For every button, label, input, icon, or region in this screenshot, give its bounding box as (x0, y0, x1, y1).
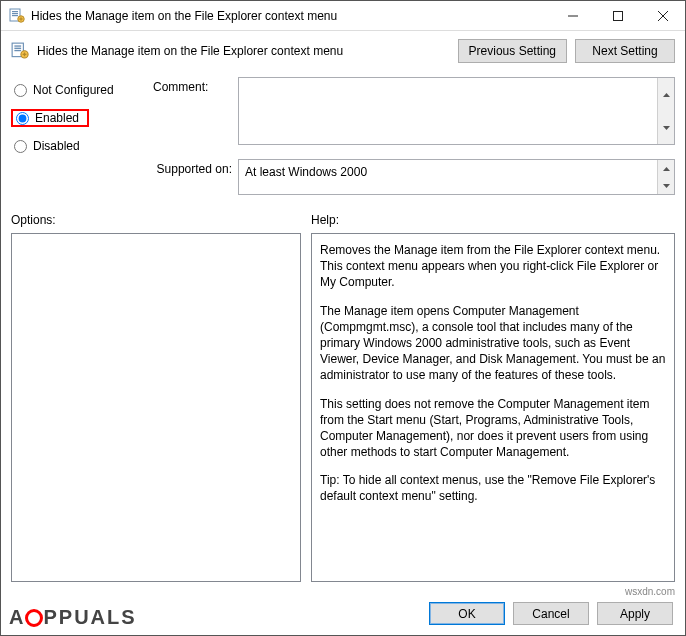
comment-label: Comment: (153, 77, 238, 94)
watermark-text: PPUALS (43, 606, 136, 628)
radio-disabled[interactable]: Disabled (11, 137, 133, 155)
help-paragraph: This setting does not remove the Compute… (320, 396, 666, 461)
supported-field: At least Windows 2000 (238, 159, 675, 195)
help-paragraph: Tip: To hide all context menus, use the … (320, 472, 666, 504)
state-radio-group: Not Configured Enabled Disabled (11, 77, 133, 195)
policy-icon (11, 42, 29, 60)
credit-text: wsxdn.com (625, 586, 675, 597)
comment-spin-down[interactable] (658, 111, 674, 144)
radio-disabled-label: Disabled (33, 139, 80, 153)
comment-spin-up[interactable] (658, 78, 674, 111)
radio-enabled-input[interactable] (16, 112, 29, 125)
svg-rect-17 (23, 54, 27, 55)
panes-labels: Options: Help: (11, 213, 675, 227)
maximize-button[interactable] (595, 1, 640, 30)
watermark-ring-icon (25, 609, 43, 627)
body: Not Configured Enabled Disabled Comment: (1, 77, 685, 592)
watermark: APPUALS (9, 606, 137, 629)
options-label: Options: (11, 213, 311, 227)
help-paragraph: Removes the Manage item from the File Ex… (320, 242, 666, 291)
radio-enabled-label: Enabled (35, 111, 79, 125)
svg-rect-1 (12, 11, 18, 12)
window: Hides the Manage item on the File Explor… (0, 0, 686, 636)
titlebar: Hides the Manage item on the File Explor… (1, 1, 685, 31)
options-pane (11, 233, 301, 582)
comment-spinner (657, 78, 674, 144)
window-title: Hides the Manage item on the File Explor… (31, 9, 550, 23)
ok-button[interactable]: OK (429, 602, 505, 625)
window-controls (550, 1, 685, 30)
svg-rect-13 (14, 48, 21, 49)
config-row: Not Configured Enabled Disabled Comment: (11, 77, 675, 195)
next-setting-button[interactable]: Next Setting (575, 39, 675, 63)
panes: Removes the Manage item from the File Ex… (11, 233, 675, 582)
cancel-button[interactable]: Cancel (513, 602, 589, 625)
supported-spin-down[interactable] (658, 177, 674, 194)
supported-label: Supported on: (153, 159, 238, 176)
fields-col: Comment: Supported on: At least Windows … (153, 77, 675, 195)
header: Hides the Manage item on the File Explor… (1, 31, 685, 77)
app-icon (9, 8, 25, 24)
close-button[interactable] (640, 1, 685, 30)
comment-field[interactable] (238, 77, 675, 145)
svg-rect-6 (19, 18, 22, 19)
radio-not-configured[interactable]: Not Configured (11, 81, 133, 99)
svg-rect-12 (14, 45, 21, 46)
help-paragraph: The Manage item opens Computer Managemen… (320, 303, 666, 384)
svg-rect-3 (12, 15, 18, 16)
supported-value: At least Windows 2000 (245, 165, 367, 179)
svg-rect-2 (12, 13, 18, 14)
help-pane: Removes the Manage item from the File Ex… (311, 233, 675, 582)
supported-spin-up[interactable] (658, 160, 674, 177)
previous-setting-button[interactable]: Previous Setting (458, 39, 567, 63)
minimize-button[interactable] (550, 1, 595, 30)
radio-not-configured-input[interactable] (14, 84, 27, 97)
header-title: Hides the Manage item on the File Explor… (37, 44, 450, 58)
radio-not-configured-label: Not Configured (33, 83, 114, 97)
radio-enabled[interactable]: Enabled (11, 109, 89, 127)
radio-disabled-input[interactable] (14, 140, 27, 153)
apply-button[interactable]: Apply (597, 602, 673, 625)
svg-rect-8 (613, 11, 622, 20)
supported-spinner (657, 160, 674, 194)
svg-rect-14 (14, 50, 21, 51)
help-label: Help: (311, 213, 339, 227)
